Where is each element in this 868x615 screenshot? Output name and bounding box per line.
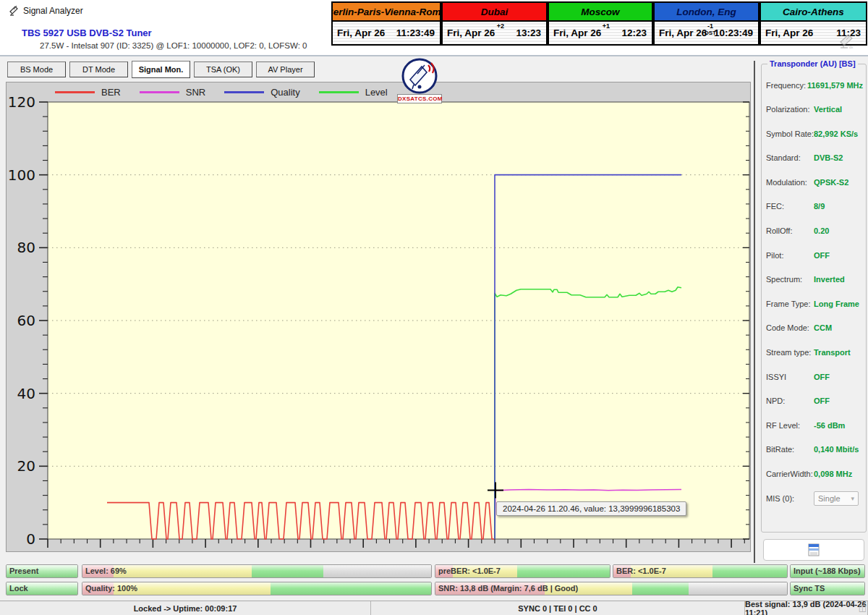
- svg-text:20: 20: [17, 457, 35, 475]
- level-bar: Level: 69%: [82, 564, 432, 578]
- dxsatcs-logo: DXSATCS.COM: [397, 58, 442, 103]
- satellite-dish-icon: [9, 4, 20, 19]
- clock-date: Fri, Apr 26: [447, 27, 495, 38]
- mis-select[interactable]: Single ▾: [814, 491, 859, 506]
- legend-item-quality: Quality: [224, 87, 299, 98]
- mis-label: MIS (0):: [766, 494, 814, 503]
- status-footer: Locked -> Uptime: 00:09:17 SYNC 0 | TEI …: [0, 601, 868, 615]
- window-title: Signal Analyzer: [23, 6, 83, 16]
- tuner-details: 27.5W - Intelsat 907 (ID: 3325) @ LOF1: …: [40, 41, 307, 50]
- tp-row-stream-type: Stream type:Transport: [766, 345, 863, 360]
- svg-text:120: 120: [8, 93, 35, 111]
- tab-av-player[interactable]: AV Player: [256, 62, 315, 77]
- clock-city-moscow: Moscow: [548, 1, 653, 21]
- clock-time-dubai: Fri, Apr 26 +2 13:23: [441, 21, 548, 46]
- legend-line-level: [319, 91, 359, 93]
- chart-tooltip: 2024-04-26 11.20.46, value: 13,399999618…: [496, 501, 686, 516]
- dish-watermark-icon: dx: [838, 33, 856, 52]
- tab-bs-mode[interactable]: BS Mode: [7, 62, 66, 77]
- tp-row-modulation: Modulation:QPSK-S2: [766, 174, 863, 190]
- chart-legend: BER SNR Quality Level: [55, 87, 388, 98]
- app-window-icon: [808, 543, 820, 556]
- footer-sync-counters: SYNC 0 | TEI 0 | CC 0: [371, 601, 745, 615]
- transponder-rows: Frequency:11691,579 MHz Polarization:Ver…: [766, 77, 863, 515]
- tp-row-spectrum: Spectrum:Inverted: [766, 272, 863, 287]
- tp-row-fec: FEC:8/9: [766, 199, 863, 214]
- quality-bar: Quality: 100%: [82, 582, 432, 595]
- legend-line-snr: [140, 91, 179, 93]
- legend-line-ber: [55, 91, 95, 93]
- clock-time-value: 10:23:49: [714, 27, 753, 38]
- mis-selected-value: Single: [818, 494, 841, 503]
- clock-time-value: 11:23:49: [396, 27, 435, 38]
- tp-row-npd: NPD:OFF: [766, 394, 863, 409]
- snr-bar: SNR: 13,8 dB (Margin: 7,6 dB | Good): [435, 582, 788, 595]
- dxsatcs-logo-text: DXSATCS.COM: [397, 94, 442, 103]
- main-area: BS Mode DT Mode Signal Mon. TSA (OK) AV …: [0, 56, 868, 601]
- clock-time-berlin: Fri, Apr 26 11:23:49: [331, 21, 441, 46]
- svg-text:80: 80: [17, 239, 35, 256]
- tab-dt-mode[interactable]: DT Mode: [69, 62, 128, 77]
- app-window-button[interactable]: [763, 539, 864, 561]
- tp-row-polarization: Polarization:Vertical: [766, 102, 863, 117]
- transponder-panel: Transponder (AU) [BS] Frequency:11691,57…: [760, 56, 868, 601]
- svg-text:100: 100: [8, 166, 35, 184]
- tuner-name: TBS 5927 USB DVB-S2 Tuner: [22, 27, 152, 38]
- tab-signal-mon[interactable]: Signal Mon.: [132, 61, 190, 78]
- clock-city-dubai: Dubai: [441, 1, 548, 21]
- clock-date: Fri, Apr 26: [337, 27, 385, 38]
- footer-best-signal: Best signal: 13,9 dB (2024-04-26 11:21): [745, 601, 868, 615]
- tp-row-bitrate: BitRate:0,140 Mbit/s: [766, 442, 863, 457]
- tp-row-frequency: Frequency:11691,579 MHz: [766, 77, 863, 93]
- window-header: Signal Analyzer TBS 5927 USB DVB-S2 Tune…: [0, 0, 868, 56]
- tab-bar: BS Mode DT Mode Signal Mon. TSA (OK) AV …: [7, 62, 315, 78]
- tp-row-carrierwidth: CarrierWidth:0,098 MHz: [766, 467, 863, 482]
- panel-splitter[interactable]: [754, 61, 755, 563]
- transponder-title: Transponder (AU) [BS]: [767, 59, 858, 68]
- chart-panel: BER SNR Quality Level 020406080100120 20…: [6, 82, 751, 552]
- signal-chart[interactable]: 020406080100120: [7, 82, 752, 553]
- input-indicator: Input (~188 Kbps): [790, 564, 865, 578]
- clock-offset: +2: [497, 23, 504, 30]
- present-indicator: Present: [6, 564, 78, 578]
- tp-row-standard: Standard:DVB-S2: [766, 150, 863, 166]
- transponder-groupbox: Transponder (AU) [BS] Frequency:11691,57…: [761, 64, 867, 533]
- sync-ts-indicator: Sync TS: [790, 582, 865, 595]
- clock-time-value: 13:23: [516, 27, 541, 38]
- lock-indicator: Lock: [6, 582, 78, 595]
- clock-date: Fri, Apr 26: [765, 27, 813, 38]
- clock-time-moscow: Fri, Apr 26 +1 12:23: [548, 21, 653, 46]
- clock-offset: +1: [603, 23, 610, 30]
- tp-row-issyi: ISSYIOFF: [766, 369, 863, 384]
- tp-row-mis: MIS (0): Single ▾: [766, 491, 863, 506]
- clock-city-cairo: Cairo-Athens: [760, 1, 867, 21]
- clock-city-london: London, Eng: [653, 1, 760, 21]
- tab-tsa[interactable]: TSA (OK): [194, 62, 252, 77]
- tp-row-rf-level: RF Level:-56 dBm: [766, 417, 863, 433]
- clock-city-berlin: Berlin-Paris-Vienna-Roma: [331, 1, 441, 21]
- preber-bar: preBER: <1.0E-7: [435, 564, 610, 578]
- ber-bar: BER: <1.0E-7: [613, 564, 788, 578]
- legend-item-snr: SNR: [140, 87, 205, 98]
- legend-line-quality: [224, 91, 264, 93]
- svg-text:dx: dx: [849, 45, 854, 49]
- chevron-down-icon: ▾: [851, 495, 854, 502]
- footer-lock-uptime: Locked -> Uptime: 00:09:17: [0, 601, 371, 615]
- tp-row-pilot: Pilot:OFF: [766, 247, 863, 263]
- clock-time-london: Fri, Apr 26 -1DST 10:23:49: [653, 21, 760, 46]
- tp-row-symbol-rate: Symbol Rate:82,992 KS/s: [766, 126, 863, 141]
- clock-date: Fri, Apr 26: [659, 27, 707, 38]
- world-clock: Berlin-Paris-Vienna-Roma Dubai Moscow Lo…: [331, 1, 867, 46]
- svg-text:60: 60: [17, 312, 35, 329]
- legend-item-level: Level: [319, 87, 388, 98]
- resize-grip[interactable]: ◫: [859, 603, 867, 613]
- tp-row-code-mode: Code Mode:CCM: [766, 321, 863, 336]
- clock-time-value: 12:23: [621, 27, 647, 38]
- legend-item-ber: BER: [55, 87, 121, 98]
- tp-row-frame-type: Frame Type:Long Frame: [766, 296, 863, 311]
- svg-text:40: 40: [17, 385, 35, 402]
- svg-text:0: 0: [26, 530, 35, 548]
- clock-date: Fri, Apr 26: [553, 27, 601, 38]
- tp-row-rolloff: RollOff:0.20: [766, 224, 863, 239]
